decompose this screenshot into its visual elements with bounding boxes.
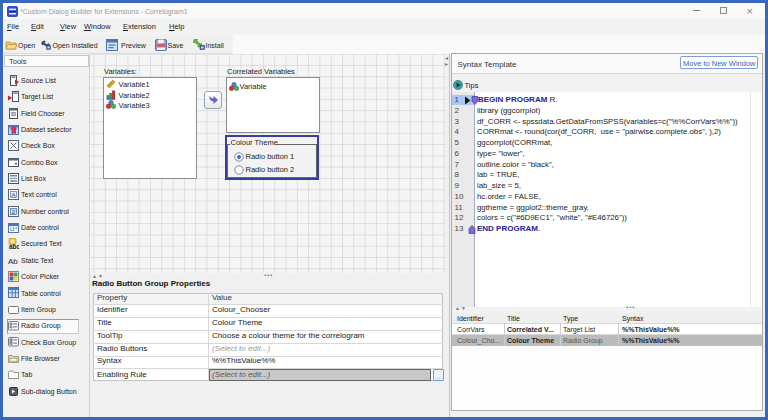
svg-text:A: A	[11, 192, 15, 198]
svg-text:abc: abc	[9, 243, 19, 250]
svg-text:Ab: Ab	[8, 256, 18, 265]
